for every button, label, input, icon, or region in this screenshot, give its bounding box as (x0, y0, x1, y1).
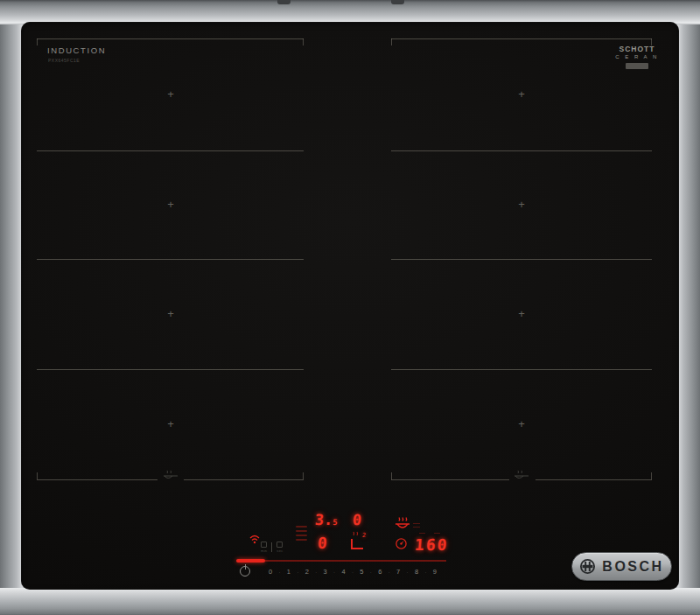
slider-number[interactable]: 8 (415, 568, 418, 576)
power-slider-track[interactable] (238, 560, 446, 562)
slider-number[interactable]: 3 (324, 568, 327, 576)
left-zone-level-display: 3.5 (314, 511, 338, 528)
frame-right (676, 0, 700, 615)
schott-badge (626, 63, 648, 69)
frying-sensor-pan-icon (162, 470, 178, 481)
frame-left (0, 0, 24, 615)
mounting-notch (391, 0, 404, 4)
timer-sec-key[interactable]: sec (276, 542, 283, 553)
pot-position-mark: + (164, 418, 177, 430)
timer-select-key[interactable]: min sec (261, 542, 283, 553)
power-levels-icon (296, 526, 307, 543)
timer-clock-icon[interactable] (395, 537, 408, 550)
pan-detected-indicator: 2 (348, 530, 368, 555)
frame-bottom (0, 588, 700, 615)
slider-number[interactable]: 1 (287, 568, 290, 576)
pot-position-mark: + (164, 308, 177, 320)
ceramic-glass-surface: INDUCTION PXX645FC1E SCHOTT C E R A N + … (21, 22, 679, 590)
slider-number[interactable]: 5 (360, 568, 363, 576)
pot-position-mark: + (164, 199, 177, 211)
bosch-induction-hob: INDUCTION PXX645FC1E SCHOTT C E R A N + … (0, 0, 700, 615)
bosch-emblem-icon (579, 558, 596, 575)
standby-power-icon[interactable] (239, 564, 252, 577)
slider-number[interactable]: 7 (396, 568, 400, 576)
pot-position-mark: + (515, 199, 528, 211)
slider-number[interactable]: 2 (305, 568, 309, 576)
pot-position-mark: + (515, 418, 528, 430)
schott-ceran-logo: SCHOTT C E R A N (609, 45, 665, 69)
model-label: PXX645FC1E (48, 58, 80, 63)
timer-min-icon (261, 542, 267, 548)
timer-sec-icon (276, 542, 283, 548)
cooking-sensor-pot-icon[interactable] (394, 516, 411, 531)
induction-label: INDUCTION (47, 45, 106, 55)
slider-number[interactable]: 9 (433, 568, 437, 576)
left-front-level-display: 0 (317, 534, 327, 552)
pan-zone-number: 2 (362, 532, 367, 539)
slider-number[interactable]: 6 (378, 568, 382, 576)
power-level-slider[interactable]: 0 · 1 · 2 · 3 · 4 · 5 · 6 · 7 · 8 · 9 (269, 568, 437, 576)
wifi-icon (248, 534, 261, 544)
power-slider-active-segment[interactable] (236, 559, 265, 563)
pot-position-mark: + (515, 308, 528, 320)
ceran-wordmark: C E R A N (609, 54, 665, 59)
timer-display: 160 (414, 535, 449, 554)
bosch-logo-badge: BOSCH (571, 552, 672, 581)
pot-position-mark: + (515, 88, 528, 101)
frame-top (0, 0, 700, 24)
bosch-wordmark: BOSCH (602, 559, 663, 575)
timer-min-key[interactable]: min (261, 542, 267, 553)
slider-number[interactable]: 0 (269, 568, 272, 576)
slider-number[interactable]: 4 (341, 568, 345, 576)
frying-sensor-pan-icon (513, 470, 529, 481)
schott-wordmark: SCHOTT (609, 45, 665, 53)
mounting-notch (277, 0, 290, 4)
pot-position-mark: + (164, 88, 177, 101)
right-zone-level-display: 0 (352, 511, 362, 528)
